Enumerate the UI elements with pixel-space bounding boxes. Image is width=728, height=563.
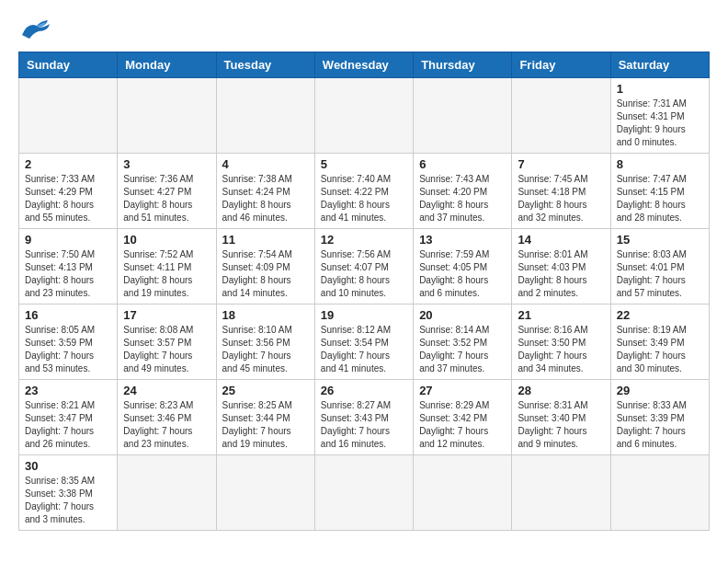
calendar-cell-29: 24Sunrise: 8:23 AM Sunset: 3:46 PM Dayli… [118, 380, 216, 455]
weekday-header-thursday: Thursday [414, 52, 512, 78]
calendar-cell-32: 27Sunrise: 8:29 AM Sunset: 3:42 PM Dayli… [414, 380, 512, 455]
calendar-cell-25: 20Sunrise: 8:14 AM Sunset: 3:52 PM Dayli… [414, 304, 512, 380]
weekday-header-tuesday: Tuesday [216, 52, 314, 78]
calendar-row-2: 9Sunrise: 7:50 AM Sunset: 4:13 PM Daylig… [19, 229, 710, 304]
day-number: 13 [419, 233, 506, 247]
weekday-header-friday: Friday [512, 52, 610, 78]
calendar-row-5: 30Sunrise: 8:35 AM Sunset: 3:38 PM Dayli… [19, 455, 710, 531]
day-info: Sunrise: 8:05 AM Sunset: 3:59 PM Dayligh… [25, 324, 111, 375]
day-number: 7 [518, 157, 604, 171]
day-number: 27 [419, 384, 506, 397]
day-number: 11 [222, 233, 309, 247]
day-number: 28 [518, 384, 604, 397]
day-number: 29 [617, 384, 703, 397]
day-info: Sunrise: 8:19 AM Sunset: 3:49 PM Dayligh… [617, 324, 703, 375]
day-info: Sunrise: 7:50 AM Sunset: 4:13 PM Dayligh… [25, 248, 111, 300]
day-number: 19 [321, 308, 407, 322]
day-number: 5 [321, 157, 407, 171]
day-info: Sunrise: 8:14 AM Sunset: 3:52 PM Dayligh… [419, 324, 506, 375]
calendar-cell-26: 21Sunrise: 8:16 AM Sunset: 3:50 PM Dayli… [512, 304, 610, 380]
weekday-header-wednesday: Wednesday [314, 52, 413, 78]
calendar-cell-12: 7Sunrise: 7:45 AM Sunset: 4:18 PM Daylig… [512, 154, 610, 229]
calendar-cell-16: 11Sunrise: 7:54 AM Sunset: 4:09 PM Dayli… [216, 229, 314, 304]
day-info: Sunrise: 7:52 AM Sunset: 4:11 PM Dayligh… [123, 248, 210, 300]
day-number: 4 [222, 157, 309, 171]
calendar-cell-14: 9Sunrise: 7:50 AM Sunset: 4:13 PM Daylig… [19, 229, 118, 304]
calendar-cell-7: 2Sunrise: 7:33 AM Sunset: 4:29 PM Daylig… [19, 154, 118, 229]
day-info: Sunrise: 8:01 AM Sunset: 4:03 PM Dayligh… [518, 248, 604, 300]
calendar-cell-20: 15Sunrise: 8:03 AM Sunset: 4:01 PM Dayli… [610, 229, 709, 304]
weekday-header-sunday: Sunday [19, 52, 118, 78]
calendar-cell-1 [118, 78, 216, 154]
day-info: Sunrise: 8:29 AM Sunset: 3:42 PM Dayligh… [419, 399, 506, 451]
day-number: 3 [123, 157, 210, 171]
calendar-cell-40 [512, 455, 610, 531]
day-info: Sunrise: 8:23 AM Sunset: 3:46 PM Dayligh… [123, 399, 210, 451]
day-number: 26 [321, 384, 407, 397]
calendar-cell-22: 17Sunrise: 8:08 AM Sunset: 3:57 PM Dayli… [118, 304, 216, 380]
calendar-cell-33: 28Sunrise: 8:31 AM Sunset: 3:40 PM Dayli… [512, 380, 610, 455]
day-info: Sunrise: 8:21 AM Sunset: 3:47 PM Dayligh… [25, 399, 111, 451]
day-number: 14 [518, 233, 604, 247]
day-number: 15 [617, 233, 703, 247]
weekday-header-saturday: Saturday [610, 52, 709, 78]
calendar-cell-6: 1Sunrise: 7:31 AM Sunset: 4:31 PM Daylig… [610, 78, 709, 154]
calendar-cell-13: 8Sunrise: 7:47 AM Sunset: 4:15 PM Daylig… [610, 154, 709, 229]
calendar-row-0: 1Sunrise: 7:31 AM Sunset: 4:31 PM Daylig… [19, 78, 710, 154]
day-info: Sunrise: 8:35 AM Sunset: 3:38 PM Dayligh… [25, 475, 111, 526]
day-number: 6 [419, 157, 506, 171]
day-info: Sunrise: 7:56 AM Sunset: 4:07 PM Dayligh… [321, 248, 407, 300]
day-info: Sunrise: 7:33 AM Sunset: 4:29 PM Dayligh… [25, 173, 111, 224]
day-number: 20 [419, 308, 506, 322]
day-info: Sunrise: 8:27 AM Sunset: 3:43 PM Dayligh… [321, 399, 407, 451]
day-info: Sunrise: 8:12 AM Sunset: 3:54 PM Dayligh… [321, 324, 407, 375]
day-info: Sunrise: 8:16 AM Sunset: 3:50 PM Dayligh… [518, 324, 604, 375]
calendar-cell-8: 3Sunrise: 7:36 AM Sunset: 4:27 PM Daylig… [118, 154, 216, 229]
logo-bird-icon [20, 18, 53, 39]
calendar-row-4: 23Sunrise: 8:21 AM Sunset: 3:47 PM Dayli… [19, 380, 710, 455]
day-number: 18 [222, 308, 309, 322]
calendar-cell-17: 12Sunrise: 7:56 AM Sunset: 4:07 PM Dayli… [314, 229, 413, 304]
weekday-header-row: SundayMondayTuesdayWednesdayThursdayFrid… [19, 52, 710, 78]
day-number: 8 [617, 157, 703, 171]
day-number: 21 [518, 308, 604, 322]
calendar-cell-39 [414, 455, 512, 531]
calendar-cell-27: 22Sunrise: 8:19 AM Sunset: 3:49 PM Dayli… [610, 304, 709, 380]
weekday-header-monday: Monday [118, 52, 216, 78]
calendar-cell-38 [314, 455, 413, 531]
day-info: Sunrise: 8:03 AM Sunset: 4:01 PM Dayligh… [617, 248, 703, 300]
calendar-cell-30: 25Sunrise: 8:25 AM Sunset: 3:44 PM Dayli… [216, 380, 314, 455]
day-number: 12 [321, 233, 407, 247]
day-number: 9 [25, 233, 111, 247]
day-number: 30 [25, 459, 111, 473]
calendar-cell-41 [610, 455, 709, 531]
calendar-cell-28: 23Sunrise: 8:21 AM Sunset: 3:47 PM Dayli… [19, 380, 118, 455]
day-info: Sunrise: 7:43 AM Sunset: 4:20 PM Dayligh… [419, 173, 506, 224]
day-number: 25 [222, 384, 309, 397]
calendar-cell-31: 26Sunrise: 8:27 AM Sunset: 3:43 PM Dayli… [314, 380, 413, 455]
calendar-cell-21: 16Sunrise: 8:05 AM Sunset: 3:59 PM Dayli… [19, 304, 118, 380]
day-info: Sunrise: 8:08 AM Sunset: 3:57 PM Dayligh… [123, 324, 210, 375]
calendar-cell-5 [512, 78, 610, 154]
calendar-cell-0 [19, 78, 118, 154]
day-info: Sunrise: 8:10 AM Sunset: 3:56 PM Dayligh… [222, 324, 309, 375]
day-info: Sunrise: 7:38 AM Sunset: 4:24 PM Dayligh… [222, 173, 309, 224]
calendar-cell-24: 19Sunrise: 8:12 AM Sunset: 3:54 PM Dayli… [314, 304, 413, 380]
calendar-cell-37 [216, 455, 314, 531]
day-info: Sunrise: 7:40 AM Sunset: 4:22 PM Dayligh… [321, 173, 407, 224]
calendar-cell-34: 29Sunrise: 8:33 AM Sunset: 3:39 PM Dayli… [610, 380, 709, 455]
page-header [18, 18, 710, 42]
day-info: Sunrise: 7:59 AM Sunset: 4:05 PM Dayligh… [419, 248, 506, 300]
day-number: 23 [25, 384, 111, 397]
day-number: 1 [617, 82, 703, 96]
logo [18, 18, 53, 42]
day-info: Sunrise: 7:54 AM Sunset: 4:09 PM Dayligh… [222, 248, 309, 300]
calendar-table: SundayMondayTuesdayWednesdayThursdayFrid… [18, 52, 710, 531]
day-number: 24 [123, 384, 210, 397]
calendar-cell-11: 6Sunrise: 7:43 AM Sunset: 4:20 PM Daylig… [414, 154, 512, 229]
day-info: Sunrise: 7:31 AM Sunset: 4:31 PM Dayligh… [617, 98, 703, 149]
day-info: Sunrise: 8:33 AM Sunset: 3:39 PM Dayligh… [617, 399, 703, 451]
day-number: 17 [123, 308, 210, 322]
day-info: Sunrise: 7:36 AM Sunset: 4:27 PM Dayligh… [123, 173, 210, 224]
calendar-cell-4 [414, 78, 512, 154]
